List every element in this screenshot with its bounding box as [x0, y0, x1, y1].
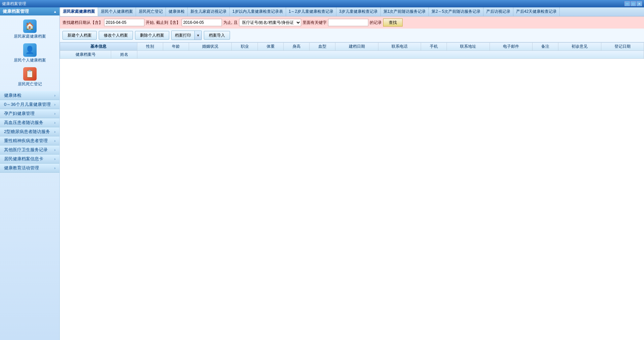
sidebar-item-label-2: 居民个人健康档案 [14, 57, 46, 63]
sidebar-header-label: 健康档案管理 [3, 8, 29, 14]
sidebar-menu-menu5[interactable]: 2型糖尿病患者随访服务› [0, 127, 59, 136]
tab-tab2[interactable]: 居民个人健康档案 [98, 7, 136, 16]
import-record-button[interactable]: 档案导入 [204, 31, 230, 40]
date-mid-label: 开始, 截止到【含】 [146, 20, 180, 26]
tab-tab10[interactable]: 第2～5次产前随访服务记录 [429, 7, 483, 16]
tab-tab9[interactable]: 第1次产前随访服务记录 [381, 7, 429, 16]
col-group-basic: 基本信息 [60, 43, 137, 51]
col-header-initial: 初诊意见 [558, 43, 601, 51]
data-table-container: 基本信息 性别 年龄 婚姻状况 职业 体重 身高 血型 建档日期 联系电话 手机… [60, 42, 644, 340]
tab-tab8[interactable]: 3岁儿童健康检查记录 [336, 7, 381, 16]
search-field-select[interactable]: 医疗证号/姓名/档案号/身份证 [239, 19, 301, 26]
col-header-address: 联系地址 [447, 43, 490, 51]
menu-label-menu5: 2型糖尿病患者随访服务 [4, 129, 50, 135]
action-bar: 新建个人档案 修改个人档案 删除个人档案 档案打印 ▼ 档案导入 [60, 29, 644, 42]
arrow-icon: › [54, 112, 55, 116]
title-bar: 健康档案管理 ─ □ ✕ [0, 0, 644, 7]
family-health-icon: 🏠 [23, 19, 37, 33]
col-header-marriage: 婚姻状况 [189, 43, 232, 51]
arrow-icon: › [54, 139, 55, 143]
menu-label-menu4: 高血压患者随访服务 [4, 120, 43, 126]
sidebar-menu-menu3[interactable]: 孕产妇健康管理› [0, 109, 59, 118]
field-label: 且 [234, 20, 238, 26]
menu-label-menu8: 居民健康档案信息卡 [4, 156, 43, 162]
date-from-input[interactable] [104, 19, 144, 26]
col-header-gender: 性别 [137, 43, 163, 51]
edit-record-button[interactable]: 修改个人档案 [99, 31, 133, 40]
arrow-icon: › [54, 103, 55, 107]
sidebar-menu: 健康体检›0～36个月儿童健康管理›孕产妇健康管理›高血压患者随访服务›2型糖尿… [0, 91, 59, 173]
tab-tab1[interactable]: 居民家庭健康档案 [60, 7, 98, 16]
window-controls: ─ □ ✕ [625, 1, 642, 6]
arrow-icon: › [54, 130, 55, 134]
data-table: 基本信息 性别 年龄 婚姻状况 职业 体重 身高 血型 建档日期 联系电话 手机… [60, 42, 644, 59]
sidebar-menu-menu1[interactable]: 健康体检› [0, 91, 59, 100]
col-header-job: 职业 [232, 43, 258, 51]
tab-tab4[interactable]: 健康体检 [166, 7, 188, 16]
keyword-label: 里面有关键字 [303, 20, 327, 26]
tab-tab7[interactable]: 1～2岁儿童健康检查记录 [286, 7, 336, 16]
sidebar: 健康档案管理 ▲ 🏠 居民家庭健康档案 👤 居民个人健康档案 📋 居民死亡登记 … [0, 7, 60, 340]
sidebar-item-death-registry[interactable]: 📋 居民死亡登记 [3, 66, 57, 88]
sidebar-item-personal-health[interactable]: 👤 居民个人健康档案 [3, 42, 57, 65]
col-header-notes: 备注 [532, 43, 558, 51]
menu-label-menu1: 健康体检 [4, 92, 21, 98]
record-label: 的记录 [370, 20, 382, 26]
print-record-dropdown[interactable]: ▼ [194, 31, 201, 40]
main-layout: 健康档案管理 ▲ 🏠 居民家庭健康档案 👤 居民个人健康档案 📋 居民死亡登记 … [0, 7, 644, 340]
arrow-icon: › [54, 148, 55, 152]
tab-tab12[interactable]: 产后42天健康检查记录 [513, 7, 560, 16]
top-tabs: 居民家庭健康档案居民个人健康档案居民死亡登记健康体检新生儿家庭访视记录1岁以内儿… [60, 7, 644, 16]
print-record-button[interactable]: 档案打印 [172, 31, 194, 40]
keyword-input[interactable] [328, 19, 368, 26]
col-header-weight: 体重 [258, 43, 283, 51]
sidebar-menu-menu2[interactable]: 0～36个月儿童健康管理› [0, 100, 59, 109]
arrow-icon: › [54, 166, 55, 170]
tab-tab6[interactable]: 1岁以内儿童健康检查记录表 [230, 7, 286, 16]
arrow-icon: › [54, 121, 55, 125]
col-header-regdate: 登记日期 [601, 43, 644, 51]
maximize-button[interactable]: □ [631, 1, 636, 6]
minimize-button[interactable]: ─ [625, 1, 630, 6]
col-header-phone: 联系电话 [378, 43, 421, 51]
delete-record-button[interactable]: 删除个人档案 [135, 31, 169, 40]
content-area: 居民家庭健康档案居民个人健康档案居民死亡登记健康体检新生儿家庭访视记录1岁以内儿… [60, 7, 644, 340]
sidebar-icon-group: 🏠 居民家庭健康档案 👤 居民个人健康档案 📋 居民死亡登记 [0, 15, 59, 91]
col-header-age: 年龄 [163, 43, 189, 51]
print-record-split-button: 档案打印 ▼ [171, 31, 202, 40]
search-button[interactable]: 查找 [383, 18, 403, 27]
menu-label-menu3: 孕产妇健康管理 [4, 111, 35, 117]
col-header-email: 电子邮件 [490, 43, 532, 51]
menu-label-menu6: 重性精神疾病患者管理 [4, 138, 48, 144]
sidebar-item-label-3: 居民死亡登记 [18, 81, 42, 87]
menu-label-menu2: 0～36个月儿童健康管理 [4, 101, 51, 108]
tab-tab3[interactable]: 居民死亡登记 [136, 7, 166, 16]
sidebar-menu-menu8[interactable]: 居民健康档案信息卡› [0, 155, 59, 164]
tab-tab5[interactable]: 新生儿家庭访视记录 [188, 7, 230, 16]
sidebar-header[interactable]: 健康档案管理 ▲ [0, 7, 59, 15]
personal-health-icon: 👤 [23, 43, 37, 57]
date-end-label: 为止, [223, 20, 232, 26]
close-button[interactable]: ✕ [637, 1, 642, 6]
sidebar-menu-menu7[interactable]: 其他医疗卫生服务记录› [0, 145, 59, 155]
sidebar-menu-menu6[interactable]: 重性精神疾病患者管理› [0, 136, 59, 145]
search-bar: 查找建档日期从【含】 开始, 截止到【含】 为止, 且 医疗证号/姓名/档案号/… [60, 16, 644, 29]
new-record-button[interactable]: 新建个人档案 [62, 31, 97, 40]
arrow-icon: › [54, 94, 55, 97]
col-header-id: 健康档案号 [60, 51, 111, 59]
chevron-up-icon: ▲ [53, 10, 57, 13]
window-title: 健康档案管理 [2, 1, 625, 7]
date-to-input[interactable] [182, 19, 222, 26]
death-registry-icon: 📋 [23, 67, 37, 81]
sidebar-menu-menu9[interactable]: 健康教育活动管理› [0, 164, 59, 173]
menu-label-menu9: 健康教育活动管理 [4, 165, 39, 171]
date-from-label: 查找建档日期从【含】 [62, 20, 103, 26]
col-header-date: 建档日期 [335, 43, 378, 51]
sidebar-item-family-health[interactable]: 🏠 居民家庭健康档案 [3, 18, 57, 41]
col-header-blood: 血型 [310, 43, 335, 51]
col-header-mobile: 手机 [421, 43, 447, 51]
sidebar-menu-menu4[interactable]: 高血压患者随访服务› [0, 118, 59, 127]
menu-label-menu7: 其他医疗卫生服务记录 [4, 147, 48, 153]
sidebar-item-label-1: 居民家庭健康档案 [14, 34, 46, 39]
tab-tab11[interactable]: 产后访视记录 [484, 7, 513, 16]
